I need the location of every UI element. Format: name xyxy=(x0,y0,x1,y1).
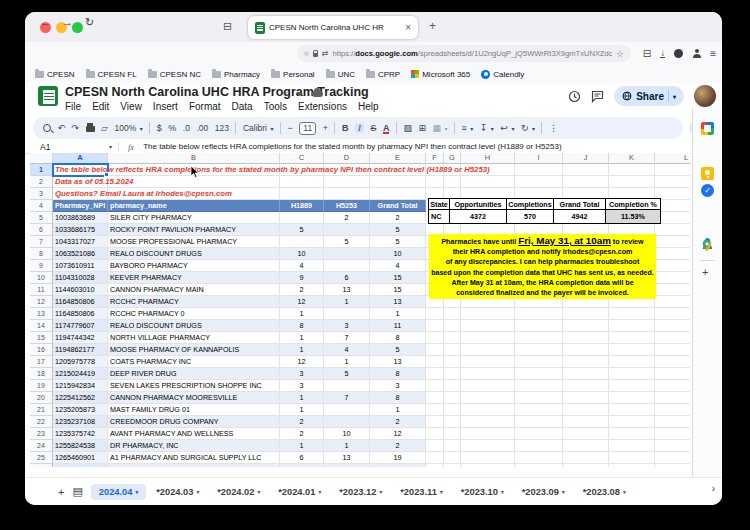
cell-value[interactable]: 13 xyxy=(324,452,370,464)
formula-input[interactable]: The table below reflects HRA completions… xyxy=(143,142,561,151)
table-header-h5253[interactable]: H5253 xyxy=(324,200,370,212)
menu-help[interactable]: Help xyxy=(358,101,379,112)
cell-value[interactable]: 12 xyxy=(280,356,324,368)
cell-npi[interactable]: 1225412562 xyxy=(53,392,108,404)
menu-icon[interactable]: ≡ xyxy=(710,48,716,59)
cell-value[interactable]: 11 xyxy=(370,320,426,332)
menu-extensions[interactable]: Extensions xyxy=(298,101,347,112)
table-row[interactable]: 241255824538DR PHARMACY, INC112 xyxy=(30,440,690,452)
menu-tools[interactable]: Tools xyxy=(264,101,287,112)
sheet-tab--2024-03[interactable]: *2024.03▾ xyxy=(148,484,207,500)
increase-font-button[interactable]: + xyxy=(323,123,328,133)
sheet-tab--2023-10[interactable]: *2023.10▾ xyxy=(453,484,512,500)
bookmark-unc[interactable]: UNC xyxy=(326,70,355,79)
row-header-14[interactable]: 14 xyxy=(30,320,53,332)
cell-value[interactable]: 1 xyxy=(280,440,324,452)
cell-value[interactable]: 6 xyxy=(324,272,370,284)
maps-icon[interactable] xyxy=(701,238,714,251)
cell-pharmacy-name[interactable]: VILLAGE PRESCRIPTION CENTER xyxy=(108,464,280,467)
cell-value[interactable]: 1 xyxy=(280,344,324,356)
cell-pharmacy-name[interactable]: CANNON PHARMACY MOORESVILLE xyxy=(108,392,280,404)
table-row[interactable]: 131164850806RCCHC PHARMACY 011 xyxy=(30,308,690,320)
table-row[interactable]: 251265460901A1 PHARMACY AND SURGICAL SUP… xyxy=(30,452,690,464)
sheet-tab-2024-04[interactable]: 2024.04▾ xyxy=(91,484,146,500)
borders-icon[interactable]: ⊞ xyxy=(418,123,426,133)
cell-value[interactable]: 5 xyxy=(370,224,426,236)
zoom-select[interactable]: 100% xyxy=(115,123,137,133)
cell-value[interactable] xyxy=(324,404,370,416)
cell-value[interactable]: 9 xyxy=(280,272,324,284)
cell-pharmacy-name[interactable]: AVANT PHARMACY AND WELLNESS xyxy=(108,428,280,440)
cell-value[interactable]: 5 xyxy=(370,236,426,248)
cell-value[interactable]: 4 xyxy=(324,344,370,356)
cell-npi[interactable]: 1104310028 xyxy=(53,272,108,284)
cell-value[interactable]: 2 xyxy=(280,428,324,440)
cell-pharmacy-name[interactable]: DEEP RIVER DRUG xyxy=(108,368,280,380)
strikethrough-button[interactable]: S xyxy=(370,123,376,133)
cell-npi[interactable]: 1235205873 xyxy=(53,404,108,416)
column-header-H[interactable]: H xyxy=(461,153,515,164)
cell-npi[interactable]: 1033686175 xyxy=(53,224,108,236)
cell-pharmacy-name[interactable]: REALO DISCOUNT DRUGS xyxy=(108,320,280,332)
cell-npi[interactable]: 1144603010 xyxy=(53,284,108,296)
row-header-17[interactable]: 17 xyxy=(30,356,53,368)
select-all-corner[interactable] xyxy=(30,153,53,164)
cell-value[interactable]: 1 xyxy=(370,308,426,320)
cell-value[interactable]: 6 xyxy=(280,452,324,464)
cell-pharmacy-name[interactable]: BAYBORO PHARMACY xyxy=(108,260,280,272)
move-folder-icon[interactable]: ▸ xyxy=(298,88,303,98)
star-document-icon[interactable]: ☆ xyxy=(281,88,289,98)
column-header-B[interactable]: B xyxy=(108,153,280,164)
cell-npi[interactable]: 1003863689 xyxy=(53,212,108,224)
row-header-3[interactable]: 3 xyxy=(30,188,53,200)
forward-icon[interactable]: → xyxy=(62,16,73,28)
redo-icon[interactable]: ↷ xyxy=(72,123,80,133)
column-header-J[interactable]: J xyxy=(563,153,609,164)
cell-pharmacy-name[interactable]: NORTH VILLAGE PHARMACY xyxy=(108,332,280,344)
grid-row[interactable]: 1The table below reflects HRA completion… xyxy=(30,164,690,176)
cell-value[interactable]: 2 xyxy=(370,212,426,224)
cell-value[interactable]: 4 xyxy=(280,260,324,272)
sheet-tab--2024-01[interactable]: *2024.01▾ xyxy=(270,484,329,500)
cell-value[interactable]: 12 xyxy=(280,296,324,308)
table-row[interactable]: 141174779607REALO DISCOUNT DRUGS8311 xyxy=(30,320,690,332)
downloads-icon[interactable]: ↓ xyxy=(660,49,665,58)
row-header-1[interactable]: 1 xyxy=(30,164,53,176)
cell-pharmacy-name[interactable]: MOOSE PHARMACY OF KANNAPOLIS xyxy=(108,344,280,356)
sheet-tab--2023-09[interactable]: *2023.09▾ xyxy=(514,484,573,500)
cell-npi[interactable]: 1265460901 xyxy=(53,452,108,464)
keep-icon[interactable] xyxy=(701,167,714,180)
table-header-grand-total[interactable]: Grand Total xyxy=(370,200,426,212)
cell-npi[interactable]: 1215024419 xyxy=(53,368,108,380)
bookmark-cpesn-nc[interactable]: CPESN NC xyxy=(148,70,201,79)
bold-button[interactable]: B xyxy=(342,123,349,133)
reload-icon[interactable]: ↻ xyxy=(85,16,94,29)
comment-icon[interactable] xyxy=(591,90,604,103)
column-header-D[interactable]: D xyxy=(324,153,370,164)
cell-npi[interactable]: 1043317027 xyxy=(53,236,108,248)
sheet-tab--2024-02[interactable]: *2024.02▾ xyxy=(209,484,268,500)
cell-value[interactable]: 2 xyxy=(280,416,324,428)
cell-value[interactable]: 8 xyxy=(280,320,324,332)
bookmark-cpesn[interactable]: CPESN xyxy=(35,70,75,79)
bookmark-microsoft-365[interactable]: Microsoft 365 xyxy=(411,70,470,79)
name-box[interactable]: A1▾ xyxy=(25,142,118,152)
cell-npi[interactable]: 1235375742 xyxy=(53,428,108,440)
cell-value[interactable]: 1 xyxy=(324,356,370,368)
font-size-input[interactable]: 11 xyxy=(299,122,316,135)
cell-value[interactable]: 2 xyxy=(280,284,324,296)
cell-value[interactable]: 1 xyxy=(280,392,324,404)
row-header-22[interactable]: 22 xyxy=(30,416,53,428)
cell-value[interactable]: 3 xyxy=(280,380,324,392)
row-header-18[interactable]: 18 xyxy=(30,368,53,380)
font-select[interactable]: Calibri xyxy=(243,123,267,133)
menu-edit[interactable]: Edit xyxy=(92,101,109,112)
row-header-21[interactable]: 21 xyxy=(30,404,53,416)
cell-npi[interactable]: 1235237108 xyxy=(53,416,108,428)
cell-npi[interactable]: 1255824538 xyxy=(53,440,108,452)
cell-pharmacy-name[interactable]: MAST FAMILY DRUG 01 xyxy=(108,404,280,416)
bookmark-cprp[interactable]: CPRP xyxy=(366,70,400,79)
search-icon[interactable] xyxy=(43,124,51,132)
cell-npi[interactable]: 1194744342 xyxy=(53,332,108,344)
decrease-font-button[interactable]: − xyxy=(288,123,293,133)
